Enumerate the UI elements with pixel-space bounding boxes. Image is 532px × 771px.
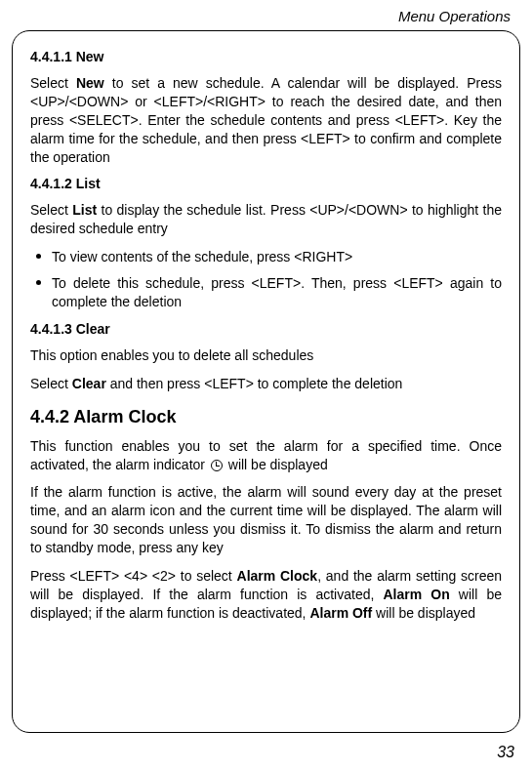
page-number: 33	[497, 744, 514, 761]
bold-list: List	[72, 202, 97, 218]
list-item: To delete this schedule, press <LEFT>. T…	[30, 274, 502, 311]
text: will be displayed	[225, 457, 328, 472]
text: will be displayed	[372, 605, 475, 621]
text: Select	[30, 376, 72, 391]
para-alarm-3: Press <LEFT> <4> <2> to select Alarm Clo…	[30, 567, 502, 623]
para-new: Select New to set a new schedule. A cale…	[30, 74, 502, 166]
para-alarm-2: If the alarm function is active, the ala…	[30, 483, 502, 557]
para-alarm-1: This function enables you to set the ala…	[30, 437, 502, 474]
heading-new: 4.4.1.1 New	[30, 49, 502, 64]
bold-new: New	[76, 75, 104, 91]
para-clear-2: Select Clear and then press <LEFT> to co…	[30, 375, 502, 393]
text: and then press <LEFT> to complete the de…	[106, 376, 403, 391]
text: to display the schedule list. Press <UP>…	[30, 202, 502, 236]
list-item: To view contents of the schedule, press …	[30, 248, 502, 266]
heading-alarm-clock: 4.4.2 Alarm Clock	[30, 407, 502, 427]
header-title: Menu Operations	[12, 8, 520, 24]
text: Select	[30, 202, 72, 218]
clock-icon	[211, 460, 223, 471]
para-list: Select List to display the schedule list…	[30, 201, 502, 238]
text: Press <LEFT> <4> <2> to select	[30, 568, 237, 584]
heading-clear: 4.4.1.3 Clear	[30, 321, 502, 337]
text: Select	[30, 75, 76, 91]
bold-alarm-off: Alarm Off	[309, 605, 372, 621]
bold-clear: Clear	[72, 376, 106, 391]
heading-list: 4.4.1.2 List	[30, 176, 502, 191]
bold-alarm-on: Alarm On	[383, 587, 449, 602]
content-box: 4.4.1.1 New Select New to set a new sche…	[12, 30, 520, 733]
page-container: Menu Operations 4.4.1.1 New Select New t…	[0, 0, 532, 771]
list-bullets: To view contents of the schedule, press …	[30, 248, 502, 311]
para-clear-1: This option enables you to delete all sc…	[30, 346, 502, 365]
bold-alarm-clock: Alarm Clock	[237, 568, 318, 584]
